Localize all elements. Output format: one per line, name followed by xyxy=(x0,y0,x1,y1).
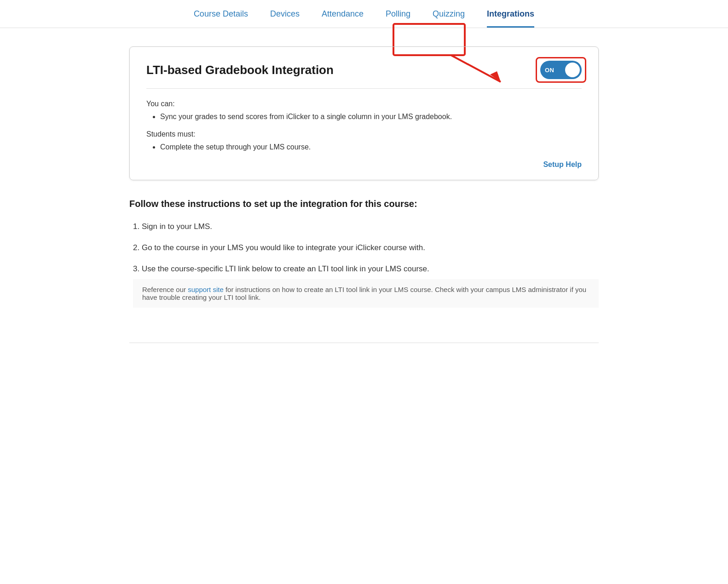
note-prefix: Reference our xyxy=(142,286,188,293)
instructions-list: 1. Sign in to your LMS. 2. Go to the cou… xyxy=(129,222,599,308)
step-text-2: Go to the course in your LMS you would l… xyxy=(142,243,425,252)
integration-card: LTI-based Gradebook Integration ON You c… xyxy=(129,46,599,180)
instructions-heading: Follow these instructions to set up the … xyxy=(129,199,599,209)
card-body: You can: Sync your grades to send scores… xyxy=(146,100,582,169)
you-can-label: You can: xyxy=(146,100,582,108)
you-can-list: Sync your grades to send scores from iCl… xyxy=(160,113,582,121)
toggle-knob xyxy=(565,63,580,77)
you-can-item-1: Sync your grades to send scores from iCl… xyxy=(160,113,582,121)
nav-attendance[interactable]: Attendance xyxy=(322,9,364,28)
step-num-1: 1. xyxy=(133,222,142,231)
step-3-note: Reference our support site for instructi… xyxy=(133,279,599,308)
navigation-bar: Course Details Devices Attendance Pollin… xyxy=(0,0,728,28)
nav-devices[interactable]: Devices xyxy=(270,9,300,28)
nav-integrations[interactable]: Integrations xyxy=(487,9,534,28)
step-num-2: 2. xyxy=(133,243,142,252)
students-must-label: Students must: xyxy=(146,130,582,138)
nav-quizzing[interactable]: Quizzing xyxy=(433,9,465,28)
instructions-section: Follow these instructions to set up the … xyxy=(129,199,599,338)
students-must-item-1: Complete the setup through your LMS cour… xyxy=(160,143,582,151)
students-must-list: Complete the setup through your LMS cour… xyxy=(160,143,582,151)
step-text-1: Sign in to your LMS. xyxy=(142,222,212,231)
lti-toggle[interactable]: ON xyxy=(540,61,582,79)
main-content: LTI-based Gradebook Integration ON You c… xyxy=(111,46,617,343)
instruction-step-2: 2. Go to the course in your LMS you woul… xyxy=(129,243,599,252)
instruction-step-1: 1. Sign in to your LMS. xyxy=(129,222,599,231)
setup-help-container: Setup Help xyxy=(146,160,582,169)
card-header: LTI-based Gradebook Integration ON xyxy=(146,61,582,79)
card-title: LTI-based Gradebook Integration xyxy=(146,63,334,77)
bottom-divider xyxy=(129,343,599,343)
setup-help-link[interactable]: Setup Help xyxy=(543,160,582,168)
toggle-on-label: ON xyxy=(545,67,555,74)
support-site-link[interactable]: support site xyxy=(188,286,224,293)
toggle-wrapper: ON xyxy=(540,61,582,79)
nav-course-details[interactable]: Course Details xyxy=(194,9,248,28)
step-text-3: Use the course-specific LTI link below t… xyxy=(142,264,429,273)
nav-polling[interactable]: Polling xyxy=(386,9,410,28)
card-divider xyxy=(146,88,582,89)
instruction-step-3: 3. Use the course-specific LTI link belo… xyxy=(129,264,599,308)
step-num-3: 3. xyxy=(133,264,142,273)
